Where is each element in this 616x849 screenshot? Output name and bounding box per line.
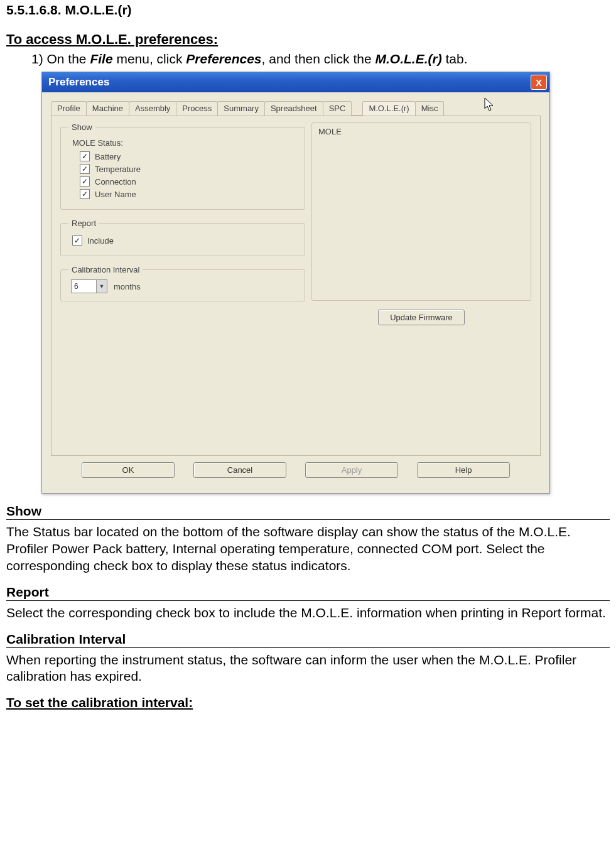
- step-1: 1) On the File menu, click Preferences, …: [31, 51, 610, 67]
- show-group: Show MOLE Status: Battery Temperature: [60, 122, 305, 210]
- preferences-dialog-screenshot: Preferences X Profile Machine Assembly P…: [41, 72, 610, 494]
- check-include[interactable]: [72, 235, 82, 246]
- report-group: Report Include: [60, 219, 305, 256]
- tab-mole[interactable]: M.O.L.E.(r): [362, 101, 415, 116]
- check-username-row[interactable]: User Name: [80, 189, 297, 199]
- tabs: Profile Machine Assembly Process Summary…: [51, 101, 541, 116]
- check-battery[interactable]: [80, 151, 90, 161]
- tab-process[interactable]: Process: [176, 101, 218, 116]
- check-connection-label: Connection: [95, 177, 136, 187]
- check-temperature-label: Temperature: [95, 165, 141, 174]
- mole-status-label: MOLE Status:: [72, 138, 297, 148]
- show-group-label: Show: [68, 122, 95, 132]
- check-battery-row[interactable]: Battery: [80, 151, 297, 161]
- cursor-icon: [484, 97, 497, 114]
- section-number: 5.5.1.6.8. M.O.L.E.(r): [6, 3, 610, 18]
- tab-profile[interactable]: Profile: [51, 101, 87, 116]
- show-heading: Show: [6, 504, 610, 520]
- check-connection[interactable]: [80, 176, 90, 187]
- tab-assembly[interactable]: Assembly: [129, 101, 176, 116]
- check-username[interactable]: [80, 189, 90, 199]
- step-text-1: 1) On the: [31, 51, 90, 66]
- mole-group-label: MOLE: [318, 127, 524, 136]
- dialog-body: Profile Machine Assembly Process Summary…: [42, 92, 549, 493]
- update-firmware-button[interactable]: Update Firmware: [378, 310, 465, 325]
- check-temperature[interactable]: [80, 164, 90, 174]
- apply-button[interactable]: Apply: [305, 462, 398, 478]
- window-title: Preferences: [48, 76, 109, 89]
- tab-machine[interactable]: Machine: [86, 101, 129, 116]
- ok-button[interactable]: OK: [82, 462, 175, 478]
- step-text-2: menu, click: [113, 51, 186, 66]
- tab-panel: Show MOLE Status: Battery Temperature: [51, 116, 541, 456]
- tab-spc[interactable]: SPC: [323, 101, 352, 116]
- preferences-dialog: Preferences X Profile Machine Assembly P…: [41, 72, 550, 494]
- check-temperature-row[interactable]: Temperature: [80, 164, 297, 174]
- report-paragraph: Select the corresponding check box to in…: [6, 605, 610, 622]
- step-file: File: [90, 51, 112, 66]
- help-button[interactable]: Help: [417, 462, 510, 478]
- report-heading: Report: [6, 585, 610, 601]
- chevron-down-icon[interactable]: ▼: [96, 280, 107, 293]
- step-text-3: , and then click the: [262, 51, 376, 66]
- check-battery-label: Battery: [95, 152, 121, 161]
- check-include-label: Include: [87, 236, 114, 246]
- calibration-paragraph: When reporting the instrument status, th…: [6, 652, 610, 686]
- report-group-label: Report: [68, 219, 99, 228]
- calibration-group-label: Calibration Interval: [68, 265, 143, 274]
- close-icon[interactable]: X: [531, 75, 547, 90]
- calibration-combo[interactable]: 6 ▼: [71, 279, 107, 293]
- step-preferences: Preferences: [186, 51, 261, 66]
- calibration-value: 6: [72, 282, 96, 291]
- tab-misc[interactable]: Misc: [415, 101, 445, 116]
- step-mole-tab: M.O.L.E.(r): [375, 51, 441, 66]
- check-connection-row[interactable]: Connection: [80, 176, 297, 187]
- titlebar[interactable]: Preferences X: [42, 72, 549, 92]
- set-calibration-heading: To set the calibration interval:: [6, 695, 610, 710]
- cancel-button[interactable]: Cancel: [193, 462, 286, 478]
- show-paragraph: The Status bar located on the bottom of …: [6, 524, 610, 575]
- calibration-unit: months: [114, 282, 141, 291]
- mole-group: MOLE: [311, 122, 531, 301]
- access-heading: To access M.O.L.E. preferences:: [6, 31, 610, 48]
- tab-spreadsheet[interactable]: Spreadsheet: [264, 101, 323, 116]
- calibration-heading: Calibration Interval: [6, 632, 610, 648]
- check-username-label: User Name: [95, 190, 136, 199]
- check-include-row[interactable]: Include: [72, 235, 297, 246]
- calibration-group: Calibration Interval 6 ▼ months: [60, 265, 305, 301]
- tab-gap: [351, 101, 362, 116]
- tab-summary[interactable]: Summary: [217, 101, 265, 116]
- step-text-4: tab.: [442, 51, 468, 66]
- dialog-button-row: OK Cancel Apply Help: [51, 456, 541, 487]
